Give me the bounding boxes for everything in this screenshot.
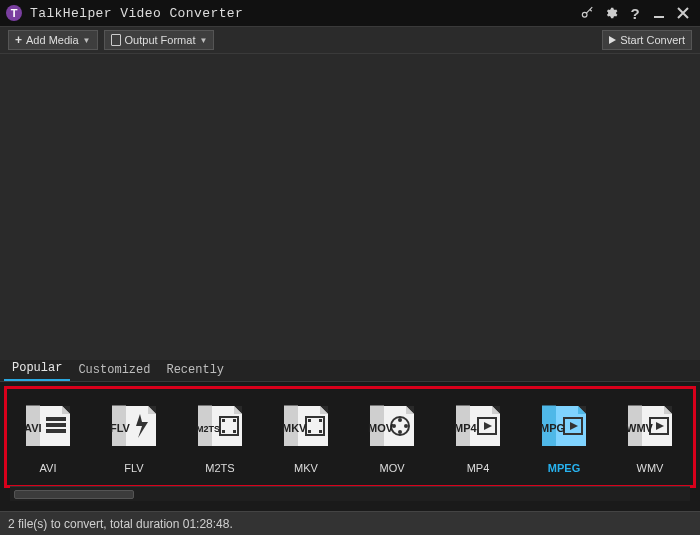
format-label: M2TS (205, 462, 234, 474)
tab-label: Customized (78, 363, 150, 377)
svg-point-28 (404, 424, 408, 428)
format-panel: AVI AVI FLV FLV M2TS M2TS MKV MKV (0, 382, 700, 511)
format-item-avi[interactable]: AVI AVI (20, 398, 76, 474)
svg-text:MP4: MP4 (454, 422, 478, 434)
output-format-button[interactable]: Output Format ▼ (104, 30, 215, 50)
status-text: 2 file(s) to convert, total duration 01:… (8, 517, 233, 531)
svg-rect-18 (308, 419, 311, 422)
format-item-mov[interactable]: MOV MOV (364, 398, 420, 474)
chevron-down-icon: ▼ (199, 36, 207, 45)
svg-rect-1 (654, 16, 664, 18)
tab-popular[interactable]: Popular (4, 359, 70, 381)
format-label: MPEG (548, 462, 580, 474)
file-format-icon: AVI (20, 398, 76, 454)
svg-point-26 (398, 430, 402, 434)
svg-text:MOV: MOV (368, 422, 394, 434)
chevron-down-icon: ▼ (83, 36, 91, 45)
format-item-flv[interactable]: FLV FLV (106, 398, 162, 474)
svg-text:MKV: MKV (282, 422, 307, 434)
titlebar: T TalkHelper Video Converter ? (0, 0, 700, 26)
file-format-icon: MPG (536, 398, 592, 454)
close-icon[interactable] (672, 2, 694, 24)
start-convert-button[interactable]: Start Convert (602, 30, 692, 50)
svg-rect-20 (308, 430, 311, 433)
format-label: FLV (124, 462, 143, 474)
app-title: TalkHelper Video Converter (30, 6, 243, 21)
format-label: WMV (637, 462, 664, 474)
svg-rect-5 (46, 429, 66, 433)
toolbar: + Add Media ▼ Output Format ▼ Start Conv… (0, 26, 700, 54)
help-icon[interactable]: ? (624, 2, 646, 24)
file-format-icon: MKV (278, 398, 334, 454)
format-item-wmv[interactable]: WMV WMV (622, 398, 678, 474)
format-label: MP4 (467, 462, 490, 474)
gear-icon[interactable] (600, 2, 622, 24)
svg-rect-3 (46, 417, 66, 421)
svg-text:MPG: MPG (540, 422, 565, 434)
format-item-mp4[interactable]: MP4 MP4 (450, 398, 506, 474)
format-item-m2ts[interactable]: M2TS M2TS (192, 398, 248, 474)
tab-label: Recently (166, 363, 224, 377)
svg-rect-19 (319, 419, 322, 422)
format-label: MKV (294, 462, 318, 474)
statusbar: 2 file(s) to convert, total duration 01:… (0, 511, 700, 535)
add-media-label: Add Media (26, 34, 79, 46)
app-window: T TalkHelper Video Converter ? + Add Med… (0, 0, 700, 535)
svg-text:AVI: AVI (24, 422, 42, 434)
document-icon (111, 34, 121, 46)
start-convert-label: Start Convert (620, 34, 685, 46)
file-format-icon: FLV (106, 398, 162, 454)
svg-rect-21 (319, 430, 322, 433)
svg-text:WMV: WMV (626, 422, 654, 434)
scroll-thumb[interactable] (14, 490, 134, 499)
horizontal-scrollbar[interactable] (10, 486, 690, 501)
workspace-empty (0, 54, 700, 360)
file-format-icon: MP4 (450, 398, 506, 454)
file-format-icon: MOV (364, 398, 420, 454)
app-logo-icon: T (6, 5, 22, 21)
format-tabs: Popular Customized Recently (0, 360, 700, 382)
svg-rect-14 (233, 430, 236, 433)
add-media-button[interactable]: + Add Media ▼ (8, 30, 98, 50)
svg-text:FLV: FLV (110, 422, 131, 434)
output-format-label: Output Format (125, 34, 196, 46)
svg-point-25 (398, 418, 402, 422)
svg-text:M2TS: M2TS (196, 424, 220, 434)
svg-rect-13 (222, 430, 225, 433)
key-icon[interactable] (576, 2, 598, 24)
format-item-mpeg[interactable]: MPG MPEG (536, 398, 592, 474)
format-item-mkv[interactable]: MKV MKV (278, 398, 334, 474)
play-icon (609, 36, 616, 44)
plus-icon: + (15, 33, 22, 47)
minimize-icon[interactable] (648, 2, 670, 24)
svg-rect-12 (233, 419, 236, 422)
tab-label: Popular (12, 361, 62, 375)
file-format-icon: M2TS (192, 398, 248, 454)
tab-recently[interactable]: Recently (158, 361, 232, 381)
format-label: AVI (40, 462, 57, 474)
svg-rect-11 (222, 419, 225, 422)
format-strip: AVI AVI FLV FLV M2TS M2TS MKV MKV (10, 392, 690, 486)
format-label: MOV (379, 462, 404, 474)
tab-customized[interactable]: Customized (70, 361, 158, 381)
file-format-icon: WMV (622, 398, 678, 454)
svg-rect-4 (46, 423, 66, 427)
